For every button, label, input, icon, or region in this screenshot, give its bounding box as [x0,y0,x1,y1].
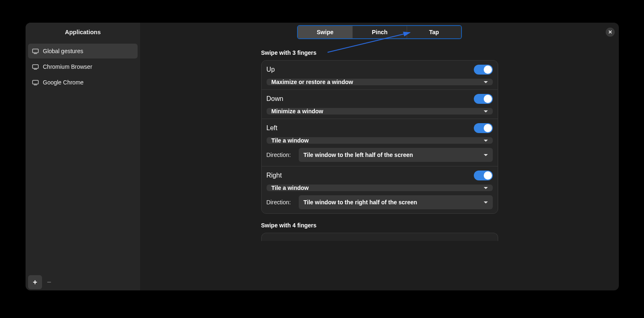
svg-rect-5 [34,84,37,85]
close-icon: ✕ [608,29,612,35]
monitor-icon [32,80,39,85]
svg-rect-0 [33,49,38,53]
close-button[interactable]: ✕ [606,28,615,37]
gesture-toggle-down[interactable] [474,94,493,104]
tab-tap[interactable]: Tap [407,26,461,38]
svg-rect-4 [33,80,38,84]
dropdown-label: Minimize a window [272,108,323,115]
section-title-swipe3: Swipe with 3 fingers [261,41,498,60]
gesture-label: Left [267,124,278,132]
chevron-down-icon [484,140,488,142]
gesture-label: Down [267,95,283,103]
direction-row-right: Direction: Tile window to the right half… [267,195,493,209]
chevron-down-icon [484,110,488,112]
gesture-tabs: Swipe Pinch Tap [297,25,462,39]
sidebar-item-global-gestures[interactable]: Global gestures [28,44,138,58]
gesture-row-down: Down Minimize a window [262,89,498,119]
sidebar-title: Applications [26,23,140,41]
sidebar-item-label: Chromium Browser [43,63,92,70]
main-panel: Swipe Pinch Tap ✕ Swipe with 3 fingers [140,23,619,290]
gesture-row-right: Right Tile a window Direction: Tile wind… [262,166,498,213]
dropdown-label: Tile a window [272,137,309,144]
remove-application-button[interactable]: − [42,275,56,289]
gesture-row-up: Up Maximize or restore a window [262,61,498,89]
action-dropdown-left[interactable]: Tile a window [267,137,493,144]
direction-row-left: Direction: Tile window to the left half … [267,148,493,162]
sidebar-item-chrome[interactable]: Google Chrome [28,75,138,90]
sidebar-item-label: Google Chrome [43,79,84,86]
svg-rect-1 [34,53,37,54]
gesture-label: Right [267,172,282,179]
gesture-label: Up [267,66,275,73]
sidebar-list: Global gestures Chromium Browser Google … [26,41,140,274]
gesture-toggle-up[interactable] [474,65,493,75]
dropdown-label: Tile window to the left half of the scre… [304,152,413,158]
chevron-down-icon [484,187,488,189]
swipe4-card [261,233,498,241]
content-scroll[interactable]: Swipe with 3 fingers Up Maximize or rest… [140,41,619,290]
chevron-down-icon [484,81,488,83]
action-dropdown-right[interactable]: Tile a window [267,185,493,191]
chevron-down-icon [484,154,488,156]
gesture-toggle-right[interactable] [474,171,493,180]
settings-window: Applications Global gestures Chromium Br… [26,23,619,290]
toggle-knob [484,171,492,180]
swipe3-card: Up Maximize or restore a window Down [261,60,498,214]
content: Swipe with 3 fingers Up Maximize or rest… [261,41,498,241]
gesture-row-left: Left Tile a window Direction: Tile windo… [262,119,498,166]
dropdown-label: Maximize or restore a window [272,79,353,85]
tab-pinch[interactable]: Pinch [352,26,407,38]
sidebar-item-label: Global gestures [43,48,83,54]
section-title-swipe4: Swipe with 4 fingers [261,214,498,233]
dropdown-label: Tile a window [272,185,309,191]
toggle-knob [484,65,492,74]
sidebar: Applications Global gestures Chromium Br… [26,23,140,290]
toggle-knob [484,124,492,132]
action-dropdown-up[interactable]: Maximize or restore a window [267,79,493,85]
gesture-toggle-left[interactable] [474,123,493,133]
sidebar-item-chromium[interactable]: Chromium Browser [28,59,138,74]
dropdown-label: Tile window to the right half of the scr… [304,199,417,206]
sidebar-footer: + − [26,274,140,290]
svg-rect-3 [34,69,37,70]
direction-label: Direction: [267,199,294,206]
monitor-icon [32,64,39,70]
tab-swipe[interactable]: Swipe [298,26,352,38]
direction-dropdown-left[interactable]: Tile window to the left half of the scre… [299,148,493,162]
main-header: Swipe Pinch Tap ✕ [140,23,619,41]
direction-label: Direction: [267,152,294,158]
monitor-icon [32,49,39,54]
svg-rect-2 [33,65,38,68]
action-dropdown-down[interactable]: Minimize a window [267,108,493,115]
chevron-down-icon [484,201,488,203]
toggle-knob [484,95,492,103]
add-application-button[interactable]: + [28,275,42,289]
direction-dropdown-right[interactable]: Tile window to the right half of the scr… [299,195,493,209]
